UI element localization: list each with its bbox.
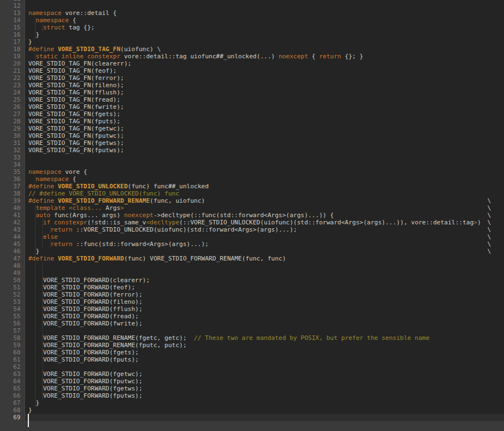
code-line[interactable]: 37#define VORE_STDIO_UNLOCKED(func) func… [0, 183, 504, 190]
code-line[interactable]: 44else\ [0, 233, 504, 240]
code-line[interactable]: 32VORE_STDIO_TAG_FN(fputws); [0, 147, 504, 154]
code-line-content: VORE_STDIO_FORWARD(fputs); [25, 356, 504, 363]
code-token: VORE_STDIO_FORWARD(fputwc); [43, 378, 142, 385]
code-line[interactable]: 43return ::VORE_STDIO_UNLOCKED(uiofunc)(… [0, 226, 504, 233]
code-line-content: namespace vore { [25, 168, 504, 176]
code-line[interactable]: 51VORE_STDIO_FORWARD(feof); [0, 284, 504, 291]
code-line[interactable]: 41auto func(Args... args) noexcept->decl… [0, 212, 504, 219]
code-line[interactable]: 15struct tag {}; [0, 24, 504, 31]
code-line[interactable]: 59VORE_STDIO_FORWARD_RENAME(fputc, putc)… [0, 342, 504, 349]
code-line[interactable]: 53VORE_STDIO_FORWARD(fileno); [0, 298, 504, 305]
indent-guide [36, 327, 43, 334]
code-line[interactable]: 62 [0, 363, 504, 370]
line-number: 43 [0, 226, 25, 233]
code-line[interactable]: 56VORE_STDIO_FORWARD(fwrite); [0, 320, 504, 327]
code-editor[interactable]: 111213namespace vore::detail {14namespac… [0, 0, 504, 431]
code-line[interactable]: 60VORE_STDIO_FORWARD(fgets); [0, 349, 504, 356]
code-line[interactable]: 36namespace { [0, 176, 504, 183]
line-continuation-backslash: \ [487, 197, 491, 204]
code-line[interactable]: 29VORE_STDIO_TAG_FN(fgetwc); [0, 125, 504, 132]
code-line[interactable]: 50VORE_STDIO_FORWARD(clearerr); [0, 277, 504, 284]
code-token: VORE_STDIO_FORWARD(fflush); [43, 305, 142, 313]
code-line[interactable]: 23VORE_STDIO_TAG_FN(fileno); [0, 82, 504, 89]
code-line[interactable]: 66VORE_STDIO_FORWARD(fputws); [0, 392, 504, 399]
code-line[interactable]: 46}\ [0, 248, 504, 255]
code-line[interactable]: 19static inline constexpr vore::detail::… [0, 53, 504, 60]
code-line[interactable]: 12 [0, 2, 504, 9]
code-line[interactable]: 30VORE_STDIO_TAG_FN(fputwc); [0, 132, 504, 139]
indent-guide [36, 219, 43, 226]
code-lines-area[interactable]: 111213namespace vore::detail {14namespac… [0, 0, 504, 421]
line-continuation-backslash: \ [487, 240, 491, 248]
code-token: VORE_STDIO_TAG_FN(clearerr); [28, 60, 131, 67]
code-line[interactable]: 48 [0, 262, 504, 269]
line-number: 29 [0, 125, 25, 132]
indent-guide [28, 233, 36, 240]
code-line[interactable]: 21VORE_STDIO_TAG_FN(feof); [0, 67, 504, 74]
indent-guide [36, 233, 43, 240]
code-line[interactable]: 26VORE_STDIO_TAG_FN(fwrite); [0, 103, 504, 111]
code-line[interactable]: 65VORE_STDIO_FORWARD(fgetws); [0, 385, 504, 392]
code-line[interactable]: 38// #define VORE_STDIO_UNLOCKED(func) f… [0, 190, 504, 197]
code-line[interactable]: 57 [0, 327, 504, 334]
code-line[interactable]: 35namespace vore { [0, 168, 504, 176]
code-token: VORE_STDIO_TAG_FN(fgetws); [28, 139, 124, 147]
code-line-content: } [25, 31, 504, 38]
line-number: 49 [0, 269, 25, 277]
code-token: struct [43, 24, 65, 31]
code-line[interactable]: 47#define VORE_STDIO_FORWARD(func) VORE_… [0, 255, 504, 262]
code-token: VORE_STDIO_FORWARD(fputws); [43, 392, 142, 399]
code-line[interactable]: 45return ::func(std::forward<Args>(args)… [0, 240, 504, 248]
code-line[interactable]: 24VORE_STDIO_TAG_FN(fflush); [0, 89, 504, 96]
code-line[interactable]: 52VORE_STDIO_FORWARD(ferror); [0, 291, 504, 298]
code-line-content: VORE_STDIO_FORWARD_RENAME(fputc, putc); [25, 342, 504, 349]
code-token: } [36, 31, 39, 38]
code-line[interactable]: 64VORE_STDIO_FORWARD(fputwc); [0, 378, 504, 385]
code-line[interactable]: 63VORE_STDIO_FORWARD(fgetwc); [0, 370, 504, 378]
code-line[interactable]: 14namespace { [0, 17, 504, 24]
code-line[interactable]: 25VORE_STDIO_TAG_FN(fread); [0, 96, 504, 103]
code-line[interactable]: 33 [0, 154, 504, 161]
indent-guide [36, 291, 43, 298]
line-number: 38 [0, 190, 25, 197]
code-token: return [51, 226, 73, 233]
code-line[interactable]: 67} [0, 399, 504, 407]
code-line[interactable]: 20VORE_STDIO_TAG_FN(clearerr); [0, 60, 504, 67]
code-line-content: struct tag {}; [25, 24, 504, 31]
code-token: #define [28, 46, 54, 53]
code-token: VORE_STDIO_TAG_FN(fwrite); [28, 103, 124, 111]
code-line[interactable]: 16} [0, 31, 504, 38]
code-line[interactable]: 28VORE_STDIO_TAG_FN(fputs); [0, 118, 504, 125]
code-line[interactable]: 61VORE_STDIO_FORWARD(fputs); [0, 356, 504, 363]
code-line[interactable]: 18#define VORE_STDIO_TAG_FN(uiofunc) \ [0, 46, 504, 53]
line-number: 42 [0, 219, 25, 226]
line-number: 36 [0, 176, 25, 183]
code-line-content: VORE_STDIO_FORWARD(fwrite); [25, 320, 504, 327]
code-line[interactable]: 68} [0, 407, 504, 414]
code-line[interactable]: 22VORE_STDIO_TAG_FN(ferror); [0, 74, 504, 82]
code-token: namespace [28, 9, 62, 17]
code-line[interactable]: 17} [0, 38, 504, 46]
code-line[interactable]: 34 [0, 161, 504, 168]
line-number: 32 [0, 147, 25, 154]
code-line[interactable]: 31VORE_STDIO_TAG_FN(fgetws); [0, 139, 504, 147]
code-token: (::VORE_STDIO_UNLOCKED(uiofunc)(std::for… [179, 219, 474, 226]
code-line[interactable]: 40template <class... Args>\ [0, 204, 504, 212]
code-line[interactable]: 58VORE_STDIO_FORWARD_RENAME(fgetc, getc)… [0, 334, 504, 342]
code-line-content: VORE_STDIO_FORWARD(feof); [25, 284, 504, 291]
line-continuation-backslash: \ [487, 226, 491, 233]
code-token: static [36, 53, 58, 60]
code-line[interactable]: 42if constexpr(!std::is_same_v<decltype(… [0, 219, 504, 226]
code-line[interactable]: 27VORE_STDIO_TAG_FN(fgets); [0, 111, 504, 118]
code-line[interactable]: 49 [0, 269, 504, 277]
code-line[interactable]: 55VORE_STDIO_FORWARD(fread); [0, 313, 504, 320]
indent-guide [36, 378, 43, 385]
code-token: auto [36, 212, 51, 219]
line-number: 53 [0, 298, 25, 305]
code-line[interactable]: 69 [0, 414, 504, 421]
code-line[interactable]: 13namespace vore::detail { [0, 9, 504, 17]
code-line[interactable]: 39#define VORE_STDIO_FORWARD_RENAME(func… [0, 197, 504, 204]
code-token: tag {}; [65, 24, 94, 31]
code-line[interactable]: 54VORE_STDIO_FORWARD(fflush); [0, 305, 504, 313]
code-token: VORE_STDIO_TAG_FN(fflush); [28, 89, 124, 96]
